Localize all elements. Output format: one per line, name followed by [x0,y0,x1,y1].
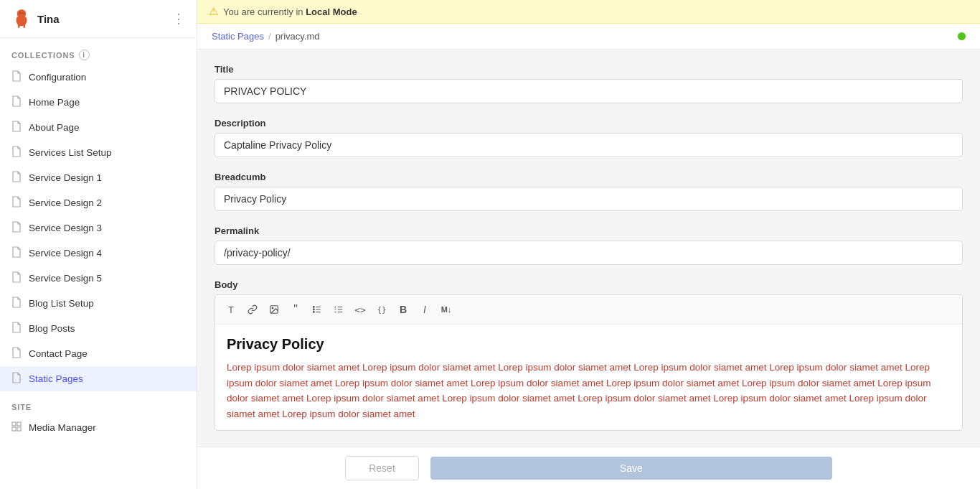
svg-point-11 [313,307,314,308]
permalink-input[interactable] [215,241,963,265]
sidebar-item-label-service-design-5: Service Design 5 [29,273,102,284]
sidebar-item-services-list-setup[interactable]: Services List Setup [0,140,197,165]
body-group: Body T " 123 <> [215,279,963,431]
collections-label: COLLECTIONS i [0,38,197,65]
sidebar-items-container: Configuration Home Page About Page [0,65,197,391]
menu-icon[interactable]: ⋮ [172,11,185,27]
sidebar-item-label-about-page: About Page [29,122,80,133]
grid-icon-media-manager [11,422,22,434]
toolbar-text-btn[interactable]: T [221,299,241,320]
toolbar-italic-btn[interactable]: I [415,299,435,320]
sidebar-item-label-service-design-2: Service Design 2 [29,197,102,208]
local-mode-label: Local Mode [306,6,357,17]
file-icon-static-pages [11,372,22,386]
sidebar-item-label-media-manager: Media Manager [29,422,96,433]
site-items-container: Media Manager [0,416,197,439]
footer-bar: Reset Save [197,447,980,489]
breadcrumb-separator: / [268,31,271,42]
permalink-label: Permalink [215,225,963,236]
file-icon-home-page [11,96,22,109]
sidebar-item-label-home-page: Home Page [29,97,80,108]
info-icon: i [79,50,90,60]
toolbar-code-block-btn[interactable]: {} [372,299,392,320]
sidebar-item-service-design-3[interactable]: Service Design 3 [0,215,197,241]
breadcumb-group: Breadcumb [215,172,963,211]
file-icon-service-design-1 [11,171,22,185]
title-label: Title [215,64,963,75]
file-icon-configuration [11,70,22,84]
breadcrumb-nav: Static Pages / privacy.md [212,31,320,42]
breadcrumb-current: privacy.md [275,31,320,42]
sidebar-logo: Tina [11,9,60,29]
sidebar-item-blog-list-setup[interactable]: Blog List Setup [0,291,197,316]
toolbar-quote-btn[interactable]: " [286,299,306,320]
sidebar-item-configuration[interactable]: Configuration [0,65,197,90]
sidebar-header: Tina ⋮ [0,0,197,38]
main-content: ⚠ You are currently in Local Mode Static… [197,0,980,489]
sidebar-item-label-services-list-setup: Services List Setup [29,147,112,158]
local-mode-banner: ⚠ You are currently in Local Mode [197,0,980,24]
svg-point-0 [19,12,21,14]
toolbar-bold-btn[interactable]: B [393,299,413,320]
toolbar-ul-btn[interactable] [307,299,327,320]
svg-text:3: 3 [334,310,336,314]
svg-point-7 [272,307,273,309]
description-input[interactable] [215,133,963,157]
banner-text: You are currently in Local Mode [223,6,357,17]
sidebar-item-home-page[interactable]: Home Page [0,90,197,115]
svg-point-1 [22,12,24,14]
title-group: Title [215,64,963,103]
editor-toolbar: T " 123 <> {} B [215,295,962,325]
sidebar-item-service-design-2[interactable]: Service Design 2 [0,190,197,215]
svg-point-13 [313,312,314,313]
toolbar-image-btn[interactable] [264,299,284,320]
description-group: Description [215,118,963,157]
status-dot [958,32,966,40]
breadcrumb-bar: Static Pages / privacy.md [197,24,980,50]
file-icon-service-design-2 [11,196,22,210]
sidebar-item-label-blog-list-setup: Blog List Setup [29,298,94,309]
svg-rect-4 [12,427,16,431]
sidebar-item-service-design-1[interactable]: Service Design 1 [0,165,197,190]
svg-rect-5 [17,427,21,431]
toolbar-markdown-btn[interactable]: M↓ [436,299,456,320]
breadcumb-input[interactable] [215,187,963,211]
form-area: Title Description Breadcumb Permalink Bo… [197,50,980,447]
permalink-group: Permalink [215,225,963,265]
sidebar-item-label-contact-page: Contact Page [29,348,88,359]
svg-point-12 [313,309,314,310]
save-button[interactable]: Save [430,457,832,480]
llama-icon [11,9,32,29]
sidebar-item-media-manager[interactable]: Media Manager [0,416,197,439]
file-icon-blog-list-setup [11,297,22,310]
toolbar-ol-btn[interactable]: 123 [329,299,349,320]
sidebar-item-label-blog-posts: Blog Posts [29,323,75,334]
reset-button[interactable]: Reset [345,456,419,480]
sidebar-item-about-page[interactable]: About Page [0,115,197,140]
sidebar-item-label-service-design-3: Service Design 3 [29,223,102,233]
toolbar-link-btn[interactable] [242,299,263,320]
sidebar-item-label-service-design-1: Service Design 1 [29,172,102,183]
toolbar-code-btn[interactable]: <> [350,299,370,320]
breadcrumb-parent-link[interactable]: Static Pages [212,31,264,42]
file-icon-contact-page [11,347,22,360]
editor-body[interactable]: Privacy Policy Lorep ipsum dolor siamet … [215,325,962,430]
svg-rect-2 [12,422,16,426]
description-label: Description [215,118,963,129]
sidebar-item-service-design-5[interactable]: Service Design 5 [0,266,197,291]
sidebar-item-service-design-4[interactable]: Service Design 4 [0,241,197,266]
file-icon-blog-posts [11,322,22,335]
svg-rect-3 [17,422,21,426]
sidebar-item-blog-posts[interactable]: Blog Posts [0,316,197,341]
sidebar-item-label-configuration: Configuration [29,72,86,83]
body-label: Body [215,279,963,290]
sidebar-item-static-pages[interactable]: Static Pages [0,366,197,391]
file-icon-service-design-3 [11,221,22,235]
sidebar-item-contact-page[interactable]: Contact Page [0,341,197,366]
editor-body-text: Lorep ipsum dolor siamet amet Lorep ipsu… [227,360,951,422]
breadcumb-label: Breadcumb [215,172,963,182]
title-input[interactable] [215,79,963,103]
warning-icon: ⚠ [209,5,218,18]
sidebar-item-label-static-pages: Static Pages [29,373,83,384]
app-name: Tina [37,13,60,25]
